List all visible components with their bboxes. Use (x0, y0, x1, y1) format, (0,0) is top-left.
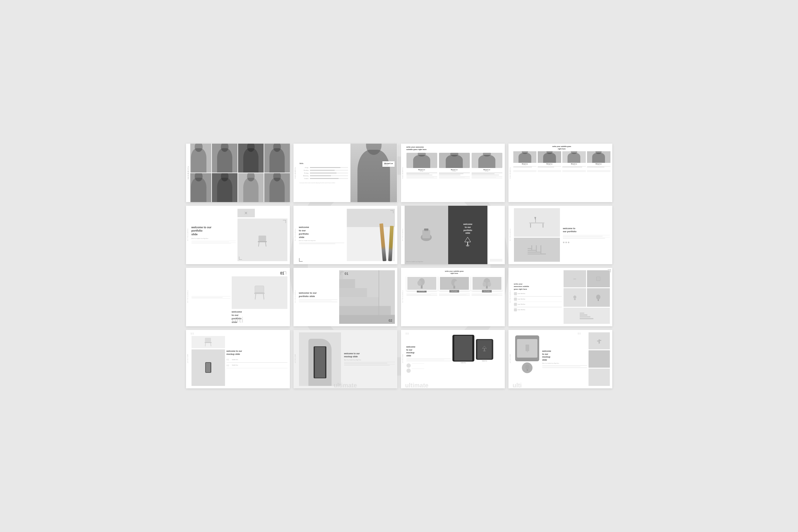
svg-rect-0 (259, 235, 266, 241)
svg-rect-69 (600, 340, 601, 341)
card-label-3: Our Portfolio (482, 290, 492, 292)
slide10-title: welcome to our portfolio slide (299, 291, 337, 298)
bracket-tr-12 (608, 269, 611, 272)
bracket-tr (283, 271, 286, 274)
slide-12: portfolio write your awesome subtitle go… (508, 268, 612, 326)
slide16-left (514, 332, 541, 386)
photo-4 (264, 144, 290, 173)
slide8-right: welcome to our portfolio (562, 208, 610, 262)
num-02: 02 (389, 319, 392, 322)
svg-rect-57 (205, 342, 211, 343)
plant-icon-1 (417, 278, 426, 289)
member-1: Michael Lee Manager (406, 153, 437, 200)
right-img-16-2 (589, 350, 610, 368)
slide9-left (191, 270, 230, 324)
member-4-4: Michael Lee Manager (587, 151, 610, 168)
slide5-subtitle: Write Your Subtitle Goes Right Here (191, 238, 236, 239)
member-4-2: Michael Lee Manager (538, 151, 561, 168)
svg-rect-30 (339, 297, 379, 306)
phone-screen-content (524, 344, 531, 353)
svg-rect-54 (580, 315, 587, 316)
quote-mark-13: " (190, 331, 194, 341)
hands-icon (418, 227, 435, 244)
svg-rect-1 (258, 241, 267, 242)
svg-point-51 (596, 294, 600, 300)
chair-icon-9 (251, 284, 268, 301)
slide-8: portfolio (508, 206, 612, 264)
sidebar-teamwork-3: teamwork (401, 144, 405, 202)
svg-rect-67 (598, 339, 600, 344)
svg-rect-22 (531, 245, 532, 250)
photo-7 (238, 173, 264, 202)
phone-vert-16 (515, 336, 539, 361)
svg-rect-55 (580, 312, 584, 314)
photo-6 (212, 173, 238, 202)
slide16-right (589, 332, 610, 386)
svg-marker-8 (465, 237, 471, 242)
right-img-1: ✂ (563, 270, 586, 287)
chair-photo-13 (191, 336, 225, 348)
slide5-right: ✕ (238, 209, 287, 261)
slide5-left: welcome to our portfolio slide Write You… (191, 209, 236, 261)
svg-point-44 (487, 282, 491, 287)
svg-rect-31 (339, 288, 367, 297)
svg-rect-23 (255, 286, 264, 292)
slide-14: mockup welcome to our mockup slide Write… (294, 330, 397, 388)
slide9-right: 01 ulti welcome to our portfolio slide (232, 270, 287, 324)
slide13-right: welcome to our mockup slide 01 Subtitle … (226, 332, 287, 386)
photo-2 (212, 144, 238, 173)
icon-circle-2 (406, 368, 411, 373)
slide15-right: Subtitle Here Subtitle Here (452, 332, 502, 386)
svg-rect-49 (574, 299, 576, 300)
photo-8 (264, 173, 290, 202)
plant-icon-3 (482, 278, 491, 289)
svg-point-64 (527, 352, 527, 352)
svg-rect-7 (424, 229, 428, 230)
item-label-1: Insert Title Here (518, 293, 525, 294)
slide-16: mockup " ulti welc (508, 330, 612, 388)
slide-5: portfolio welcome to our portfolio slide… (186, 206, 290, 264)
slide10-left: welcome to our portfolio slide (299, 270, 337, 324)
svg-line-2 (259, 242, 259, 247)
slide14-subtitle: Write Your Subtitle Goes Right Here (344, 359, 394, 361)
sidebar-portfolio-8: portfolio (508, 206, 512, 264)
members-row: Michael Lee Manager (406, 153, 502, 200)
slide11-subtitle: write your subtitle goes right here (406, 270, 502, 274)
slide-7: portfolio Write Your Subtitle Goes Right… (401, 206, 505, 264)
photo-3 (238, 144, 264, 173)
svg-rect-68 (597, 341, 598, 341)
slide-13: mockup " welcome to our m (186, 330, 290, 388)
item-label-4: Insert Title Here (518, 309, 525, 310)
sidebar-portfolio-7: portfolio (401, 206, 405, 264)
member-3: Michael Lee Manager (471, 153, 502, 200)
slide15-bg-text: ultimate (405, 382, 429, 388)
slide8-left (514, 208, 560, 262)
slide-15: mockup " welcome to our mockup slide (401, 330, 505, 388)
svg-rect-29 (339, 306, 391, 315)
card-3: Our Portfolio (471, 276, 502, 296)
lamp-icon (464, 236, 471, 247)
table-icon (527, 216, 546, 229)
right-img-16-3 (589, 368, 610, 386)
svg-point-43 (483, 282, 486, 287)
item-label-2: Insert Title Here (518, 299, 525, 300)
svg-rect-5 (422, 230, 430, 238)
slide12-right: ✂ C (563, 270, 610, 324)
slide14-right: welcome to our mockup slide Write Your S… (343, 332, 394, 386)
sidebar-mockup-15: mockup (401, 330, 405, 388)
member-2: Michael Lee Manager (439, 153, 470, 200)
slide15-title: welcome to our mockup slide (406, 345, 451, 357)
slide14-left (299, 332, 341, 386)
slide12-left: write your awesome subtitle goes right h… (514, 270, 562, 324)
slide15-left: welcome to our mockup slide (406, 332, 451, 386)
slide10-img: 01 02 (339, 270, 395, 324)
svg-rect-52 (580, 318, 593, 319)
member-4-1: Michael Lee Manager (513, 151, 537, 168)
sidebar-portfolio-5: portfolio (186, 206, 190, 264)
bar-row: Marketing (300, 175, 348, 176)
item-icon-1 (514, 292, 517, 295)
num-01: 01 (345, 272, 348, 276)
slide4-members: Michael Lee Manager Michael Lee Manager … (513, 151, 610, 168)
slide-4: teamwork write your subtitle goes right … (508, 144, 612, 202)
craft-icon-2: C (595, 276, 601, 282)
